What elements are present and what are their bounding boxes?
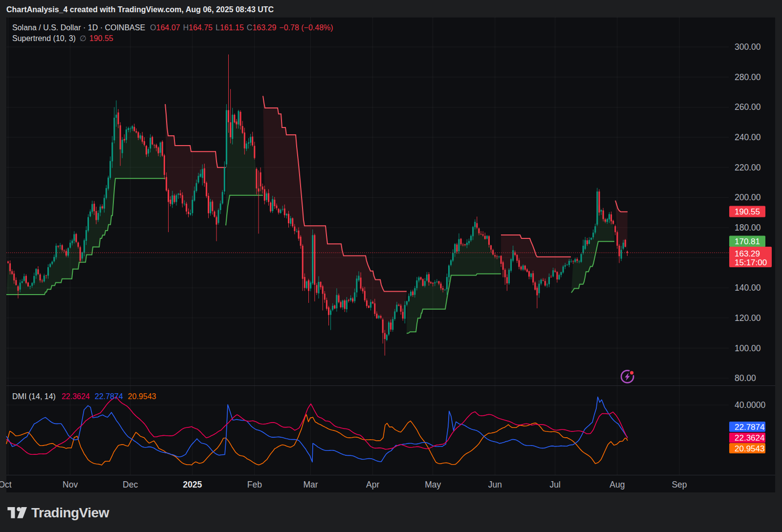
svg-text:240.00: 240.00 (735, 132, 761, 142)
svg-text:Apr: Apr (366, 480, 379, 489)
svg-text:20.9543: 20.9543 (735, 444, 764, 453)
svg-text:Feb: Feb (247, 480, 262, 489)
svg-text:Aug: Aug (609, 480, 625, 489)
svg-text:2025: 2025 (183, 480, 202, 489)
svg-text:220.00: 220.00 (735, 163, 761, 172)
svg-text:Dec: Dec (123, 480, 138, 489)
svg-text:40.0000: 40.0000 (735, 400, 766, 410)
svg-text:22.7874: 22.7874 (735, 423, 764, 432)
svg-text:Nov: Nov (63, 480, 78, 489)
svg-text:ChartAnalysis_4 created with T: ChartAnalysis_4 created with TradingView… (6, 5, 274, 14)
svg-text:TradingView: TradingView (31, 505, 109, 520)
svg-text:120.00: 120.00 (735, 313, 761, 323)
svg-text:260.00: 260.00 (735, 102, 761, 112)
svg-text:300.00: 300.00 (735, 42, 761, 52)
svg-text:Jul: Jul (550, 480, 561, 489)
svg-text:190.55: 190.55 (735, 207, 760, 216)
svg-text:100.00: 100.00 (735, 343, 761, 353)
svg-text:140.00: 140.00 (735, 283, 761, 293)
svg-text:22.3624: 22.3624 (735, 433, 764, 443)
svg-text:180.00: 180.00 (735, 223, 761, 233)
svg-text:DMI (14, 14)22.362422.787420.9: DMI (14, 14)22.362422.787420.9543 (12, 392, 156, 401)
svg-text:Oct: Oct (0, 480, 12, 489)
svg-text:163.29: 163.29 (735, 249, 760, 258)
svg-text:200.00: 200.00 (735, 192, 761, 202)
svg-text:280.00: 280.00 (735, 72, 761, 82)
svg-text:15:17:00: 15:17:00 (735, 258, 767, 267)
svg-text:Sep: Sep (672, 480, 687, 489)
svg-text:170.81: 170.81 (735, 237, 760, 246)
svg-text:80.00: 80.00 (735, 373, 756, 383)
svg-text:Mar: Mar (304, 480, 318, 489)
svg-text:May: May (425, 480, 441, 489)
svg-text:Jun: Jun (488, 480, 502, 489)
svg-text:Supertrend (10, 3)∅190.55: Supertrend (10, 3)∅190.55 (12, 34, 113, 43)
svg-text:Solana / U.S. Dollar · 1D · CO: Solana / U.S. Dollar · 1D · COINBASEO164… (12, 23, 333, 32)
